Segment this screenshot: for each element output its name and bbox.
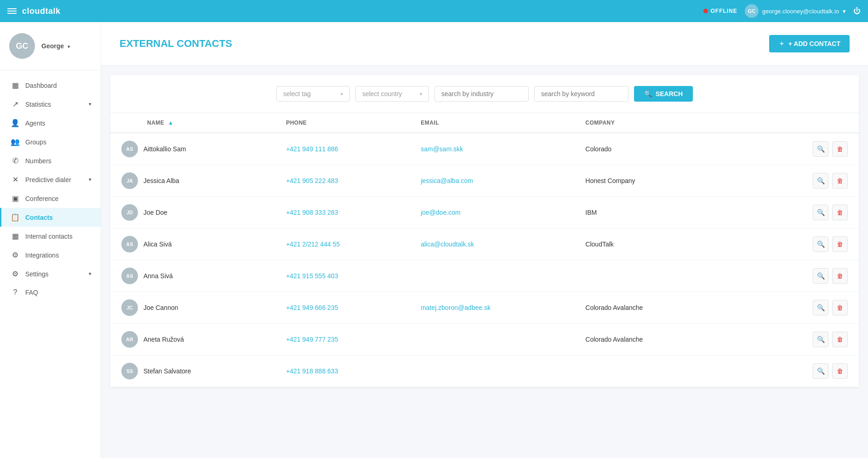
hamburger-menu[interactable] bbox=[7, 8, 17, 14]
sidebar-item-agents[interactable]: 👤 Agents bbox=[0, 114, 101, 132]
cell-actions-0: 🔍 🗑 bbox=[739, 133, 859, 165]
sidebar-item-internal-contacts[interactable]: ▦ Internal contacts bbox=[0, 227, 101, 246]
email-link-3[interactable]: alica@cloudtalk.sk bbox=[421, 240, 474, 248]
avatar: GC bbox=[9, 33, 35, 59]
sidebar-item-integrations[interactable]: ⚙ Integrations bbox=[0, 246, 101, 264]
sidebar-item-dashboard[interactable]: ▦ Dashboard bbox=[0, 76, 101, 95]
navbar: cloudtalk OFFLINE GC george.clooney@clou… bbox=[0, 0, 868, 22]
sidebar-item-conference[interactable]: ▣ Conference bbox=[0, 189, 101, 208]
delete-contact-button-5[interactable]: 🗑 bbox=[832, 300, 848, 315]
cell-company-6: Colorado Avalanche bbox=[574, 324, 739, 355]
cell-actions-4: 🔍 🗑 bbox=[739, 260, 859, 292]
search-keyword-input[interactable] bbox=[534, 86, 628, 102]
search-contact-button-3[interactable]: 🔍 bbox=[813, 236, 828, 252]
cell-name-3: AS Alica Sivá bbox=[110, 229, 275, 260]
delete-contact-button-0[interactable]: 🗑 bbox=[832, 141, 848, 157]
search-button[interactable]: 🔍 SEARCH bbox=[634, 86, 693, 102]
phone-link-6[interactable]: +421 949 777 235 bbox=[286, 336, 338, 343]
nav-icon-numbers: ✆ bbox=[11, 156, 20, 165]
delete-contact-button-6[interactable]: 🗑 bbox=[832, 332, 848, 347]
sidebar-item-settings[interactable]: ⚙ Settings ▾ bbox=[0, 264, 101, 283]
cell-phone-1: +421 905 222 483 bbox=[275, 165, 410, 197]
cell-phone-3: +421 2/212 444 55 bbox=[275, 229, 410, 260]
nav-icon-contacts: 📋 bbox=[11, 213, 20, 222]
sidebar-item-statistics[interactable]: ↗ Statistics ▾ bbox=[0, 95, 101, 114]
nav-icon-integrations: ⚙ bbox=[11, 251, 20, 259]
cell-company-0: Colorado bbox=[574, 133, 739, 165]
search-contact-button-7[interactable]: 🔍 bbox=[813, 363, 828, 379]
phone-link-2[interactable]: +421 908 333 283 bbox=[286, 209, 338, 216]
phone-link-1[interactable]: +421 905 222 483 bbox=[286, 177, 338, 184]
user-menu[interactable]: GC george.clooney@cloudtalk.io ▾ bbox=[745, 4, 846, 18]
phone-link-7[interactable]: +421 918 888 633 bbox=[286, 367, 338, 375]
email-link-2[interactable]: joe@doe.com bbox=[421, 209, 461, 216]
select-country-dropdown[interactable]: select country ▾ bbox=[355, 86, 429, 102]
col-header-company: COMPANY bbox=[574, 113, 739, 133]
table-row: AS Alica Sivá +421 2/212 444 55 alica@cl… bbox=[110, 229, 859, 260]
cell-company-1: Honest Company bbox=[574, 165, 739, 197]
cell-company-3: CloudTalk bbox=[574, 229, 739, 260]
add-contact-button[interactable]: ＋ + ADD CONTACT bbox=[769, 35, 850, 52]
phone-link-0[interactable]: +421 949 111 886 bbox=[286, 145, 338, 153]
search-contact-button-1[interactable]: 🔍 bbox=[813, 173, 828, 189]
search-contact-button-2[interactable]: 🔍 bbox=[813, 205, 828, 220]
nav-label-contacts: Contacts bbox=[25, 214, 53, 221]
nav-icon-groups: 👥 bbox=[11, 137, 20, 146]
search-contact-button-6[interactable]: 🔍 bbox=[813, 332, 828, 347]
sidebar-item-predictive-dialer[interactable]: ✕ Predictive dialer ▾ bbox=[0, 170, 101, 189]
row-actions-6: 🔍 🗑 bbox=[750, 332, 848, 347]
sidebar-item-numbers[interactable]: ✆ Numbers bbox=[0, 151, 101, 170]
select-tag-dropdown[interactable]: select tag ▾ bbox=[276, 86, 350, 102]
search-contact-button-0[interactable]: 🔍 bbox=[813, 141, 828, 157]
search-industry-input[interactable] bbox=[434, 86, 529, 102]
row-actions-0: 🔍 🗑 bbox=[750, 141, 848, 157]
col-header-email: EMAIL bbox=[410, 113, 574, 133]
cell-name-4: AS Anna Sivá bbox=[110, 260, 275, 292]
cell-name-1: JA Jessica Alba bbox=[110, 165, 275, 197]
contact-name-cell-5: JC Joe Cannon bbox=[121, 299, 264, 316]
filter-bar: select tag ▾ select country ▾ 🔍 SEARCH bbox=[110, 75, 859, 113]
cell-phone-4: +421 915 555 403 bbox=[275, 260, 410, 292]
cell-company-7 bbox=[574, 355, 739, 387]
avatar-1: JA bbox=[121, 172, 138, 189]
row-actions-1: 🔍 🗑 bbox=[750, 173, 848, 189]
sidebar: GC George ▾ ▦ Dashboard ↗ Statistics ▾ 👤… bbox=[0, 22, 101, 458]
sidebar-item-groups[interactable]: 👥 Groups bbox=[0, 132, 101, 151]
contact-name-cell-4: AS Anna Sivá bbox=[121, 268, 264, 284]
email-link-0[interactable]: sam@sam.skk bbox=[421, 145, 463, 153]
cell-phone-0: +421 949 111 886 bbox=[275, 133, 410, 165]
nav-label-numbers: Numbers bbox=[25, 157, 51, 165]
nav-label-settings: Settings bbox=[25, 270, 49, 278]
phone-link-3[interactable]: +421 2/212 444 55 bbox=[286, 240, 340, 248]
cell-company-4 bbox=[574, 260, 739, 292]
sidebar-item-contacts[interactable]: 📋 Contacts bbox=[0, 208, 101, 227]
nav-icon-dashboard: ▦ bbox=[11, 81, 20, 90]
delete-contact-button-1[interactable]: 🗑 bbox=[832, 173, 848, 189]
table-row: AS Aittokallio Sam +421 949 111 886 sam@… bbox=[110, 133, 859, 165]
contacts-section: select tag ▾ select country ▾ 🔍 SEARCH bbox=[110, 75, 859, 387]
phone-link-5[interactable]: +421 949 666 235 bbox=[286, 304, 338, 311]
email-link-5[interactable]: matej.zboron@adbee.sk bbox=[421, 304, 491, 311]
delete-contact-button-3[interactable]: 🗑 bbox=[832, 236, 848, 252]
col-header-name: NAME ▲ bbox=[110, 113, 275, 133]
sidebar-item-faq[interactable]: ? FAQ bbox=[0, 283, 101, 302]
cell-phone-7: +421 918 888 633 bbox=[275, 355, 410, 387]
delete-contact-button-7[interactable]: 🗑 bbox=[832, 363, 848, 379]
delete-contact-button-2[interactable]: 🗑 bbox=[832, 205, 848, 220]
search-contact-button-4[interactable]: 🔍 bbox=[813, 268, 828, 284]
col-header-phone: PHONE bbox=[275, 113, 410, 133]
sidebar-user-name[interactable]: George ▾ bbox=[41, 42, 70, 50]
power-button[interactable]: ⏻ bbox=[853, 7, 861, 15]
plus-icon: ＋ bbox=[778, 40, 785, 48]
cell-company-2: IBM bbox=[574, 197, 739, 229]
phone-link-4[interactable]: +421 915 555 403 bbox=[286, 272, 338, 280]
cell-actions-5: 🔍 🗑 bbox=[739, 292, 859, 324]
cell-phone-6: +421 949 777 235 bbox=[275, 324, 410, 355]
email-link-1[interactable]: jessica@alba.com bbox=[421, 177, 473, 184]
sidebar-user: GC George ▾ bbox=[0, 22, 101, 70]
search-contact-button-5[interactable]: 🔍 bbox=[813, 300, 828, 315]
status-label: OFFLINE bbox=[711, 8, 737, 14]
contacts-table: NAME ▲ PHONE EMAIL COMPANY AS Aittokalli… bbox=[110, 113, 859, 387]
contacts-tbody: AS Aittokallio Sam +421 949 111 886 sam@… bbox=[110, 133, 859, 387]
delete-contact-button-4[interactable]: 🗑 bbox=[832, 268, 848, 284]
